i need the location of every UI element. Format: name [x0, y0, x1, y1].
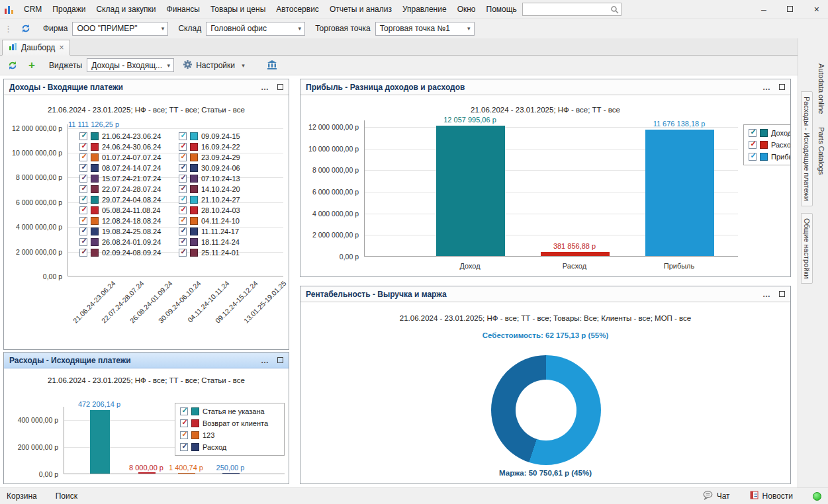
legend-item[interactable]: 02.09.24-08.09.24 [79, 249, 161, 257]
widget-menu-icon[interactable]: … [261, 356, 269, 365]
maximize-button[interactable] [777, 1, 804, 18]
close-button[interactable]: × [804, 1, 828, 18]
widget-maximize-icon[interactable] [277, 83, 283, 92]
firm-combobox[interactable]: ООО "ПРИМЕР" ▾ [72, 22, 168, 36]
legend-item[interactable]: 07.10.24-13 [179, 175, 240, 183]
widget-maximize-icon[interactable] [277, 356, 283, 365]
checkbox-icon[interactable] [79, 185, 87, 193]
legend-item[interactable]: 28.10.24-03 [179, 206, 240, 214]
legend-item[interactable]: 08.07.24-14.07.24 [79, 164, 161, 172]
legend-item[interactable]: 01.07.24-07.07.24 [79, 153, 161, 161]
refresh-button[interactable] [19, 21, 33, 36]
legend-item[interactable]: 05.08.24-11.08.24 [79, 206, 161, 214]
legend-item[interactable]: 123 [180, 431, 279, 439]
widgets-combobox[interactable]: Доходы - Входящ... ▾ [87, 58, 174, 72]
checkbox-icon[interactable] [179, 238, 187, 246]
legend-item[interactable]: Статья не указана [180, 407, 279, 415]
legend-item[interactable]: Доход [749, 129, 790, 137]
menu-item[interactable]: Склад и закупки [91, 2, 161, 17]
menu-item[interactable]: Товары и цены [205, 2, 271, 17]
widget-menu-icon[interactable]: … [261, 83, 269, 92]
checkbox-icon[interactable] [180, 407, 188, 415]
legend-item[interactable]: 12.08.24-18.08.24 [79, 217, 161, 225]
add-widget-button[interactable]: + [24, 58, 39, 73]
settings-button[interactable]: Настройки ▾ [179, 58, 252, 73]
checkbox-icon[interactable] [179, 143, 187, 151]
checkbox-icon[interactable] [79, 249, 87, 257]
edge-panel-tab[interactable]: Autodata online [817, 62, 826, 115]
legend-item[interactable]: 04.11.24-10 [179, 217, 240, 225]
menu-item[interactable]: Автосервис [271, 2, 324, 17]
checkbox-icon[interactable] [79, 132, 87, 140]
legend-item[interactable]: 21.06.24-23.06.24 [79, 132, 161, 140]
checkbox-icon[interactable] [79, 143, 87, 151]
bank-building-button[interactable] [265, 58, 279, 73]
checkbox-icon[interactable] [180, 431, 188, 439]
news-button[interactable]: Новости [750, 491, 793, 501]
search-input[interactable] [522, 3, 621, 16]
statusbar-item[interactable]: Корзина [7, 491, 37, 501]
legend-item[interactable]: 15.07.24-21.07.24 [79, 175, 161, 183]
tab-dashboard[interactable]: Дашборд × [2, 40, 70, 56]
checkbox-icon[interactable] [180, 419, 188, 427]
legend-item[interactable]: 25.11.24-01 [179, 249, 240, 257]
menu-item[interactable]: Помощь [481, 2, 522, 17]
edge-panel-tab[interactable]: Parts Catalogs [817, 126, 826, 176]
legend-item[interactable]: Прибыль [749, 153, 790, 161]
legend-item[interactable]: 21.10.24-27 [179, 196, 240, 204]
legend-item[interactable]: Расход [749, 141, 790, 149]
checkbox-icon[interactable] [179, 196, 187, 204]
legend-item[interactable]: Расход [180, 443, 279, 451]
checkbox-icon[interactable] [179, 206, 187, 214]
legend-item[interactable]: 18.11.24-24 [179, 238, 240, 246]
legend-item[interactable]: 19.08.24-25.08.24 [79, 228, 161, 235]
menu-item[interactable]: Окно [452, 2, 481, 17]
checkbox-icon[interactable] [749, 153, 757, 161]
checkbox-icon[interactable] [749, 129, 757, 137]
minimize-button[interactable]: – [751, 1, 777, 18]
legend-item[interactable]: Возврат от клиента [180, 419, 279, 427]
menu-item[interactable]: Финансы [161, 2, 205, 17]
checkbox-icon[interactable] [79, 175, 87, 183]
checkbox-icon[interactable] [79, 238, 87, 246]
checkbox-icon[interactable] [179, 132, 187, 140]
widget-menu-icon[interactable]: … [762, 83, 771, 92]
checkbox-icon[interactable] [749, 141, 757, 149]
checkbox-icon[interactable] [179, 164, 187, 172]
dock-panel-tab[interactable]: Расходы - Исходящие платежи [801, 91, 813, 206]
menu-item[interactable]: Отчеты и анализ [324, 2, 397, 17]
legend-item[interactable]: 14.10.24-20 [179, 185, 240, 193]
chat-button[interactable]: Чат [703, 491, 730, 502]
checkbox-icon[interactable] [79, 153, 87, 161]
checkbox-icon[interactable] [179, 217, 187, 225]
checkbox-icon[interactable] [179, 249, 187, 257]
legend-item[interactable]: 09.09.24-15 [179, 132, 240, 140]
checkbox-icon[interactable] [179, 185, 187, 193]
refresh-widgets-button[interactable] [5, 58, 20, 73]
warehouse-combobox[interactable]: Головной офис ▾ [206, 22, 305, 36]
toolbar-grip[interactable]: ⋮ [4, 24, 13, 34]
legend-item[interactable]: 26.08.24-01.09.24 [79, 238, 161, 246]
checkbox-icon[interactable] [179, 153, 187, 161]
widget-maximize-icon[interactable] [779, 290, 785, 299]
menu-item[interactable]: Управление [397, 2, 452, 17]
legend-item[interactable]: 29.07.24-04.08.24 [79, 196, 161, 204]
legend-item[interactable]: 16.09.24-22 [179, 143, 240, 151]
checkbox-icon[interactable] [79, 164, 87, 172]
checkbox-icon[interactable] [79, 217, 87, 225]
legend-item[interactable]: 22.07.24-28.07.24 [79, 185, 161, 193]
checkbox-icon[interactable] [180, 443, 188, 451]
checkbox-icon[interactable] [79, 206, 87, 214]
widget-maximize-icon[interactable] [779, 83, 785, 92]
checkbox-icon[interactable] [179, 228, 187, 235]
tab-close-icon[interactable]: × [59, 43, 64, 52]
menu-item[interactable]: CRM [19, 2, 47, 17]
legend-item[interactable]: 11.11.24-17 [179, 228, 240, 235]
statusbar-item[interactable]: Поиск [56, 491, 77, 501]
checkbox-icon[interactable] [179, 175, 187, 183]
legend-item[interactable]: 23.09.24-29 [179, 153, 240, 161]
outlet-combobox[interactable]: Торговая точка №1 ▾ [375, 22, 475, 36]
menu-item[interactable]: Продажи [47, 2, 91, 17]
legend-item[interactable]: 24.06.24-30.06.24 [79, 143, 161, 151]
legend-item[interactable]: 30.09.24-06 [179, 164, 240, 172]
